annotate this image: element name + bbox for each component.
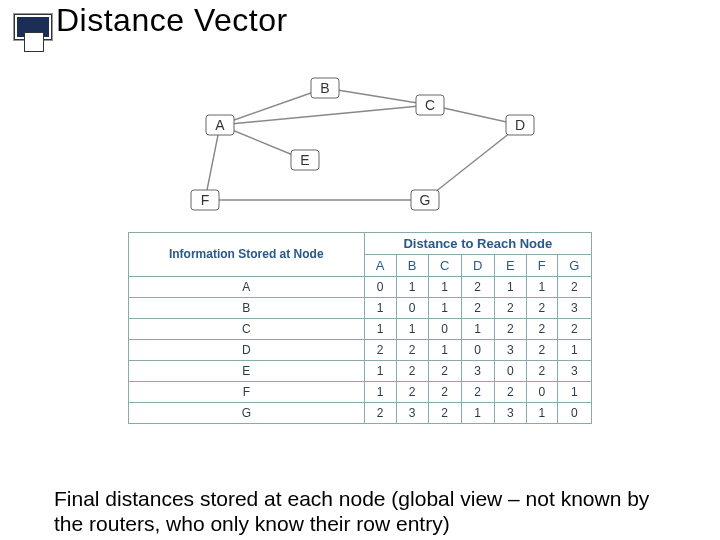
slide-title: Distance Vector (56, 2, 288, 39)
row-header: E (129, 361, 365, 382)
edge-A-F (205, 125, 220, 200)
cell: 2 (526, 361, 557, 382)
cell: 1 (428, 340, 461, 361)
cell: 0 (557, 403, 591, 424)
cell: 1 (461, 403, 494, 424)
cell: 2 (494, 298, 526, 319)
cell: 1 (461, 319, 494, 340)
cell: 1 (396, 319, 428, 340)
cell: 3 (494, 403, 526, 424)
info-header: Information Stored at Node (129, 233, 365, 277)
col-header: A (364, 255, 396, 277)
cell: 1 (428, 277, 461, 298)
table-row: B1012223 (129, 298, 592, 319)
row-header: C (129, 319, 365, 340)
table-row: A0112112 (129, 277, 592, 298)
network-graph: ABCDEFG (150, 70, 570, 220)
cell: 3 (557, 298, 591, 319)
node-label-C: C (425, 97, 435, 113)
cell: 0 (526, 382, 557, 403)
cell: 1 (364, 298, 396, 319)
cell: 2 (494, 319, 526, 340)
row-header: A (129, 277, 365, 298)
cell: 2 (461, 382, 494, 403)
cell: 2 (396, 340, 428, 361)
node-label-D: D (515, 117, 525, 133)
col-header: G (557, 255, 591, 277)
col-header: C (428, 255, 461, 277)
col-header: D (461, 255, 494, 277)
cell: 1 (364, 319, 396, 340)
cell: 3 (494, 340, 526, 361)
row-header: B (129, 298, 365, 319)
table-row: C1101222 (129, 319, 592, 340)
node-label-B: B (320, 80, 329, 96)
cell: 2 (396, 361, 428, 382)
cell: 1 (526, 403, 557, 424)
cell: 1 (364, 382, 396, 403)
edge-B-C (325, 88, 430, 105)
cell: 2 (526, 340, 557, 361)
cell: 1 (526, 277, 557, 298)
col-header: E (494, 255, 526, 277)
cell: 2 (364, 340, 396, 361)
table-row: E1223023 (129, 361, 592, 382)
cell: 1 (364, 361, 396, 382)
cell: 2 (428, 403, 461, 424)
row-header: G (129, 403, 365, 424)
table-row: F1222201 (129, 382, 592, 403)
cell: 2 (526, 298, 557, 319)
table-row: D2210321 (129, 340, 592, 361)
cell: 2 (557, 319, 591, 340)
node-label-G: G (420, 192, 431, 208)
dist-header: Distance to Reach Node (364, 233, 591, 255)
cell: 0 (461, 340, 494, 361)
slide-caption: Final distances stored at each node (glo… (54, 486, 674, 536)
cell: 2 (364, 403, 396, 424)
cell: 1 (428, 298, 461, 319)
cell: 0 (494, 361, 526, 382)
edge-A-C (220, 105, 430, 125)
cell: 2 (461, 298, 494, 319)
table-row: G2321310 (129, 403, 592, 424)
cell: 2 (557, 277, 591, 298)
cell: 2 (428, 382, 461, 403)
row-header: D (129, 340, 365, 361)
col-header: F (526, 255, 557, 277)
cell: 3 (557, 361, 591, 382)
cell: 2 (428, 361, 461, 382)
edge-D-G (425, 125, 520, 200)
cell: 2 (461, 277, 494, 298)
cell: 3 (461, 361, 494, 382)
cell: 1 (494, 277, 526, 298)
cell: 1 (557, 340, 591, 361)
cell: 0 (364, 277, 396, 298)
node-label-A: A (215, 117, 225, 133)
cell: 0 (396, 298, 428, 319)
cell: 3 (396, 403, 428, 424)
cell: 2 (526, 319, 557, 340)
row-header: F (129, 382, 365, 403)
cell: 0 (428, 319, 461, 340)
cell: 2 (494, 382, 526, 403)
cell: 1 (396, 277, 428, 298)
cell: 2 (396, 382, 428, 403)
cell: 1 (557, 382, 591, 403)
col-header: B (396, 255, 428, 277)
node-label-E: E (300, 152, 309, 168)
node-label-F: F (201, 192, 210, 208)
slide-bullet-dot (24, 32, 44, 52)
distance-table: Information Stored at Node Distance to R… (128, 232, 592, 424)
